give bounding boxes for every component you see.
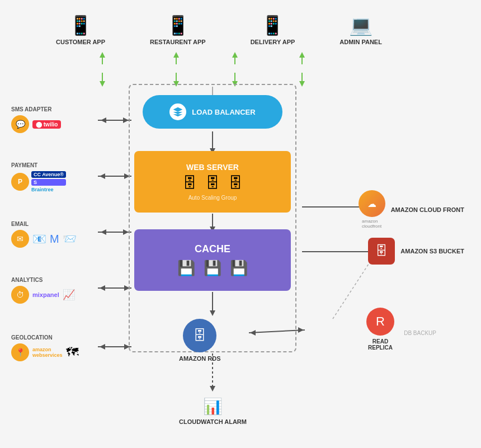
load-balancer-label: LOAD BALANCER [192, 108, 255, 116]
read-replica-icon: R [366, 308, 394, 336]
db-backup-label: DB BACKUP [404, 330, 436, 336]
cache-db-icon-1: 💾 [177, 260, 195, 277]
stripe-logo: S [31, 179, 66, 186]
cache-box: CACHE 💾 💾 💾 [134, 229, 291, 291]
cache-db-icon-2: 💾 [204, 260, 221, 277]
sms-logos-row: 💬 ⬤ twilio [11, 115, 61, 133]
amazon-rds: 🗄 AMAZON RDS [179, 319, 221, 362]
cache-icons-row: 💾 💾 💾 [177, 260, 248, 277]
geolocation-logos-row: 📍 amazonwebservices 🗺 [11, 343, 78, 361]
analytics-orange-circle: ⏱ [11, 286, 29, 304]
read-replica-label: READREPLICA [368, 338, 393, 351]
customer-app-icon: 📱 [69, 14, 92, 36]
svg-marker-33 [101, 229, 106, 235]
load-balancer-icon [169, 103, 186, 120]
svg-marker-1 [100, 81, 105, 87]
geolocation-adapter-group: GEOLOCATION 📍 amazonwebservices 🗺 [11, 334, 78, 361]
rds-icon: 🗄 [183, 319, 216, 352]
email-logos-row: ✉ 📧 M 📨 [11, 230, 77, 248]
amazon-s3-label: AMAZON S3 BUCKET [400, 248, 464, 254]
svg-marker-11 [232, 52, 238, 58]
sms-adapter-title: SMS ADAPTER [11, 106, 61, 112]
server-icon-1: 🗄 [182, 175, 197, 192]
restaurant-app: 📱 RESTAURENT APP [150, 14, 206, 45]
customer-app: 📱 CUSTOMER APP [56, 14, 105, 45]
geolocation-logos-stack: amazonwebservices [32, 347, 63, 358]
svg-marker-30 [100, 173, 105, 179]
email-adapter-group: EMAIL ✉ 📧 M 📨 [11, 221, 77, 248]
cloudwatch-icon: 📊 [203, 397, 223, 416]
svg-marker-39 [100, 344, 105, 350]
svg-marker-32 [123, 229, 129, 235]
server-icon-3: 🗄 [228, 175, 243, 192]
payment-adapter-group: PAYMENT P CC Avenue® S Braintree [11, 162, 66, 192]
payment-orange-circle: P [11, 173, 29, 191]
cc-avenue-logo: CC Avenue® [31, 171, 66, 178]
amazon-cloudfront-label: AMAZON CLOUD FRONT [391, 206, 464, 213]
delivery-app-icon: 📱 [261, 14, 284, 36]
admin-panel-label: ADMIN PANEL [339, 39, 382, 45]
cloudfront-icon-group: ☁ amazoncloudfront [359, 190, 385, 229]
svg-marker-26 [123, 117, 129, 123]
sms-orange-circle: 💬 [11, 115, 29, 133]
top-apps-row: 📱 CUSTOMER APP 📱 RESTAURENT APP 📱 DELIVE… [56, 14, 382, 45]
email-logo-2: M [50, 233, 59, 246]
delivery-app-label: DELIVERY APP [251, 39, 295, 45]
customer-app-label: CUSTOMER APP [56, 39, 105, 45]
braintree-logo: Braintree [31, 187, 66, 192]
payment-logos-row: P CC Avenue® S Braintree [11, 171, 66, 192]
svg-marker-27 [101, 117, 106, 123]
architecture-diagram: 📱 CUSTOMER APP 📱 RESTAURENT APP 📱 DELIVE… [0, 0, 481, 448]
analytics-logos-row: ⏱ mixpanel 📈 [11, 286, 75, 304]
sms-adapter-group: SMS ADAPTER 💬 ⬤ twilio [11, 106, 61, 133]
cloudfront-icon: ☁ [359, 190, 385, 217]
cache-db-icon-3: 💾 [230, 260, 248, 277]
svg-marker-3 [100, 52, 105, 58]
server-icons-row: 🗄 🗄 🗄 [182, 175, 243, 192]
admin-panel: 💻 ADMIN PANEL [339, 14, 382, 45]
email-adapter-title: EMAIL [11, 221, 77, 227]
restaurant-app-icon: 📱 [166, 14, 190, 36]
server-icon-2: 🗄 [205, 175, 220, 192]
geolocation-adapter-title: GEOLOCATION [11, 334, 78, 341]
cloudwatch-alarm: 📊 CLOUDWATCH ALARM [179, 397, 247, 425]
amazon-rds-label: AMAZON RDS [179, 355, 221, 362]
twilio-logo: ⬤ twilio [32, 120, 61, 129]
svg-marker-24 [210, 386, 215, 392]
admin-panel-icon: 💻 [349, 14, 372, 36]
delivery-app: 📱 DELIVERY APP [251, 14, 295, 45]
amazon-web-services-logo: amazonwebservices [32, 347, 63, 358]
analytics-adapter-group: ANALYTICS ⏱ mixpanel 📈 [11, 277, 75, 304]
amazon-cloudfront-group: ☁ amazoncloudfront AMAZON CLOUD FRONT [359, 190, 464, 229]
amazon-s3-group: 🗄 AMAZON S3 BUCKET [368, 238, 464, 265]
s3-icon: 🗄 [368, 238, 395, 265]
mixpanel-logo: mixpanel [32, 291, 59, 298]
auto-scaling-label: Auto Scaling Group [188, 195, 237, 201]
google-maps-icon: 🗺 [66, 345, 78, 360]
svg-marker-41 [298, 327, 304, 333]
svg-marker-36 [100, 285, 105, 291]
svg-marker-15 [299, 52, 305, 58]
read-replica: R READREPLICA [366, 308, 394, 351]
svg-marker-13 [299, 81, 305, 87]
svg-marker-7 [173, 52, 179, 58]
amazon-cloudfront-sub: amazoncloudfront [362, 219, 381, 229]
web-server-label: WEB SERVER [186, 163, 239, 172]
payment-adapter-title: PAYMENT [11, 162, 66, 168]
web-server: WEB SERVER 🗄 🗄 🗄 Auto Scaling Group [134, 151, 291, 213]
geolocation-orange-circle: 📍 [11, 343, 29, 361]
email-orange-circle: ✉ [11, 230, 29, 248]
analytics-adapter-title: ANALYTICS [11, 277, 75, 283]
restaurant-app-label: RESTAURENT APP [150, 39, 206, 45]
email-logo-3: 📨 [63, 232, 77, 246]
analytics-chart-icon: 📈 [63, 289, 75, 301]
payment-logos-stack: CC Avenue® S Braintree [31, 171, 66, 192]
cache-label: CACHE [195, 243, 230, 255]
cloudwatch-label: CLOUDWATCH ALARM [179, 418, 247, 425]
load-balancer: LOAD BALANCER [143, 95, 282, 129]
email-logo-1: 📧 [32, 232, 46, 246]
